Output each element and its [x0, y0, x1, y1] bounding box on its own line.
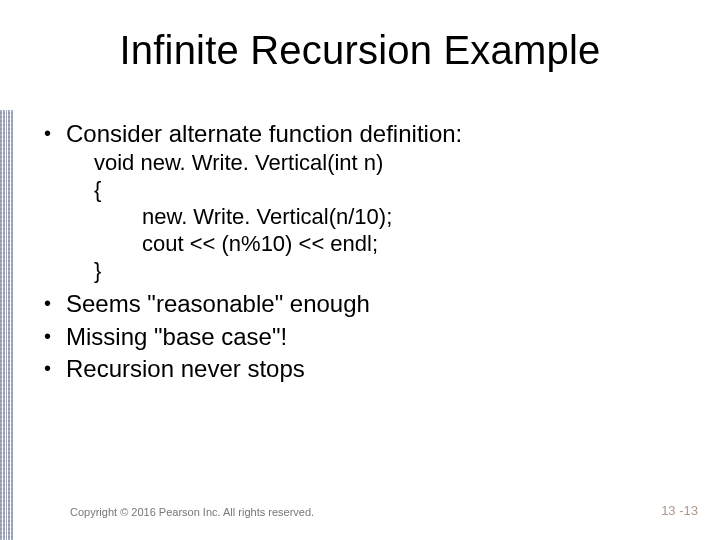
slide: Infinite Recursion Example Consider alte…: [0, 0, 720, 540]
bullet-list: Consider alternate function definition: …: [38, 120, 690, 383]
bullet-text: Seems "reasonable" enough: [66, 290, 370, 317]
bullet-item: Missing "base case"!: [38, 323, 690, 351]
bullet-item: Recursion never stops: [38, 355, 690, 383]
footer-copyright: Copyright © 2016 Pearson Inc. All rights…: [70, 506, 314, 518]
code-line: }: [94, 258, 690, 285]
left-stripe-decoration: [0, 110, 14, 540]
code-block: void new. Write. Vertical(int n) { new. …: [94, 150, 690, 284]
code-line: {: [94, 177, 690, 204]
code-line: new. Write. Vertical(n/10);: [94, 204, 690, 231]
bullet-text: Consider alternate function definition:: [66, 120, 462, 147]
code-line: cout << (n%10) << endl;: [94, 231, 690, 258]
slide-body: Consider alternate function definition: …: [38, 120, 690, 387]
bullet-item: Seems "reasonable" enough: [38, 290, 690, 318]
code-line: void new. Write. Vertical(int n): [94, 150, 690, 177]
bullet-item: Consider alternate function definition: …: [38, 120, 690, 284]
bullet-text: Recursion never stops: [66, 355, 305, 382]
slide-title: Infinite Recursion Example: [0, 28, 720, 73]
footer-page-number: 13 -13: [661, 503, 698, 518]
bullet-text: Missing "base case"!: [66, 323, 287, 350]
